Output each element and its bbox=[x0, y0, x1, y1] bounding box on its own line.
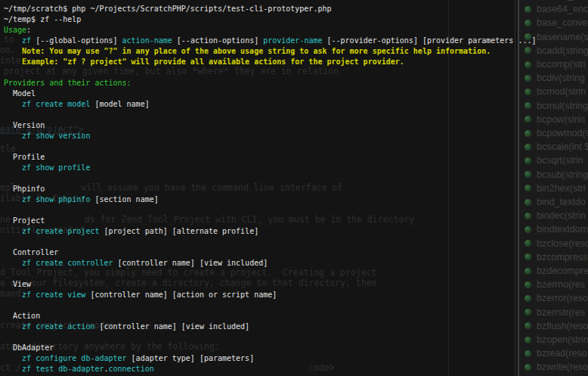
terminal-text-segment: ~/temp$ zf --help bbox=[4, 15, 81, 23]
terminal-text-segment: Providers and their actions: bbox=[4, 79, 132, 87]
terminal-text-segment: zf create controller bbox=[22, 259, 113, 267]
terminal-text-segment: zf show phpinfo bbox=[22, 195, 90, 204]
terminal-line: zf show version bbox=[4, 131, 90, 141]
terminal-line: zf show profile bbox=[4, 163, 90, 172]
terminal-text-segment: Controller bbox=[4, 248, 58, 256]
terminal-line: Example: "zf ? project" will provide all… bbox=[4, 57, 404, 67]
terminal-output[interactable]: ~/tmp/scratch$ php ~/Projects/ScratchPHP… bbox=[0, 0, 588, 376]
terminal-text-segment: Project bbox=[4, 216, 45, 225]
terminal-text-segment: [--global-options] bbox=[31, 36, 122, 45]
terminal-text-segment bbox=[4, 195, 22, 204]
terminal-text-segment: provider-name bbox=[263, 36, 322, 45]
terminal-line: ~/tmp/scratch$ php ~/Projects/ScratchPHP… bbox=[4, 4, 331, 14]
terminal-text-segment: : bbox=[26, 26, 31, 34]
terminal-text-segment: zf create view bbox=[22, 291, 85, 299]
terminal-line: zf create project [project path] [altern… bbox=[4, 226, 258, 236]
terminal-line: Controller bbox=[4, 247, 58, 257]
terminal-line: zf configure db-adapter [adapter type] [… bbox=[4, 353, 254, 363]
terminal-text-segment: zf create model bbox=[22, 100, 90, 108]
terminal-text-segment bbox=[4, 36, 22, 45]
terminal-text-segment: [controller name] [view included] bbox=[113, 259, 268, 267]
terminal-text-segment: Model bbox=[4, 89, 36, 98]
terminal-text-segment: zf test db-adapter bbox=[22, 365, 104, 373]
terminal-text-segment: [controller name] [view included] bbox=[94, 322, 249, 331]
terminal-text-segment: action-name bbox=[122, 36, 172, 45]
terminal-line: Version bbox=[4, 120, 45, 130]
terminal-text-segment: [model name] bbox=[90, 100, 149, 108]
terminal-text-segment: View bbox=[4, 280, 31, 288]
terminal-text-segment bbox=[4, 132, 22, 140]
terminal-text-segment bbox=[4, 100, 22, 108]
terminal-text-segment bbox=[4, 354, 22, 362]
terminal-text-segment: Phpinfo bbox=[4, 185, 45, 193]
terminal-text-segment: [project path] [alternate profile] bbox=[99, 227, 258, 235]
terminal-line: Profile bbox=[4, 152, 45, 162]
terminal-line: Action bbox=[4, 311, 40, 321]
terminal-text-segment bbox=[4, 227, 22, 235]
terminal-text-segment: [--provider-options] [provider parameter… bbox=[323, 36, 537, 45]
terminal-text-segment: zf show version bbox=[22, 132, 90, 140]
terminal-line: DbAdapter bbox=[4, 343, 54, 353]
terminal-text-segment: [--action-options] bbox=[172, 36, 263, 45]
terminal-text-segment: Example: "zf ? project" will provide all… bbox=[4, 57, 404, 66]
terminal-text-segment: [controller name] [action or script name… bbox=[85, 291, 277, 299]
terminal-line: zf test db-adapter.connection bbox=[4, 364, 154, 374]
terminal-line: Note: You may use "?" in any place of th… bbox=[4, 46, 491, 56]
terminal-line: Project bbox=[4, 216, 45, 225]
terminal-text-segment bbox=[4, 259, 22, 267]
terminal-text-segment: Note: You may use "?" in any place of th… bbox=[4, 47, 491, 55]
terminal-text-segment: zf create project bbox=[22, 227, 99, 235]
terminal-text-segment bbox=[4, 365, 22, 373]
terminal-line: Model bbox=[4, 89, 36, 98]
terminal-line: zf create model [model name] bbox=[4, 99, 150, 109]
terminal-text-segment: zf configure db-adapter bbox=[22, 354, 126, 362]
terminal-text-segment: zf create action bbox=[22, 322, 94, 331]
terminal-line: zf create action [controller name] [view… bbox=[4, 322, 249, 331]
terminal-text-segment: zf show profile bbox=[22, 163, 90, 172]
terminal-text-segment bbox=[4, 163, 22, 172]
terminal-text-segment: zf bbox=[22, 36, 31, 45]
terminal-line: Providers and their actions: bbox=[4, 78, 132, 88]
terminal-text-segment: Profile bbox=[4, 153, 45, 161]
terminal-line: zf show phpinfo [section name] bbox=[4, 194, 159, 204]
terminal-line: Phpinfo bbox=[4, 184, 45, 194]
terminal-line: ~/temp$ zf --help bbox=[4, 14, 81, 24]
terminal-text-segment: Action bbox=[4, 312, 40, 320]
terminal-text-segment: ~/tmp/scratch$ php ~/Projects/ScratchPHP… bbox=[4, 5, 331, 13]
terminal-text-segment: Version bbox=[4, 121, 45, 129]
terminal-line: zf [--global-options] action-name [--act… bbox=[4, 36, 536, 45]
terminal-text-segment: DbAdapter bbox=[4, 343, 54, 352]
terminal-text-segment: [section name] bbox=[90, 195, 158, 204]
terminal-text-segment bbox=[4, 291, 22, 299]
terminal-text-segment: [adapter type] [parameters] bbox=[127, 354, 255, 362]
terminal-text-segment: Usage bbox=[4, 26, 26, 34]
terminal-line: View bbox=[4, 279, 31, 289]
terminal-line: zf create view [controller name] [action… bbox=[4, 290, 277, 300]
terminal-line: Usage: bbox=[4, 25, 31, 35]
terminal-text-segment bbox=[4, 322, 22, 331]
terminal-line: zf create controller [controller name] [… bbox=[4, 258, 268, 268]
terminal-text-segment: connection bbox=[109, 365, 154, 373]
screen: { "terminal": { "colors": { "background"… bbox=[0, 0, 588, 376]
